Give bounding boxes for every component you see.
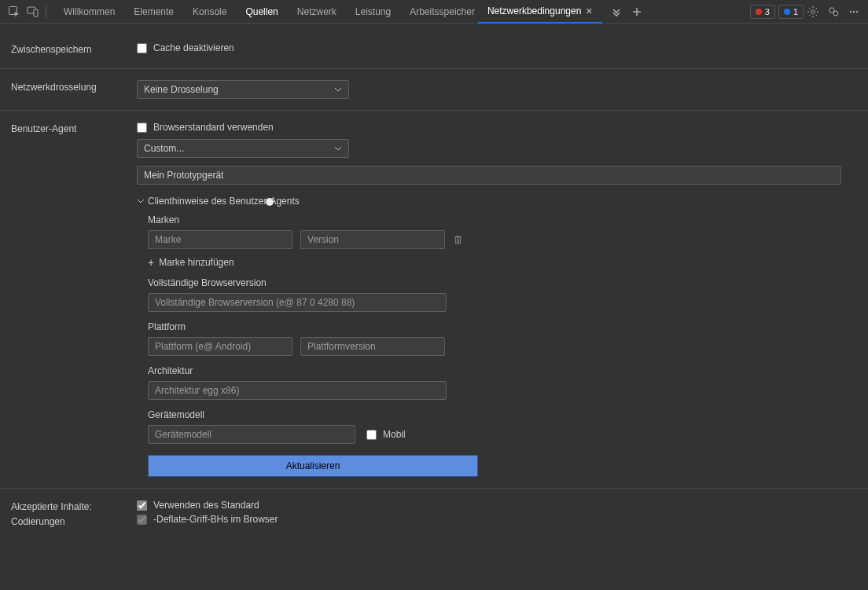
full-browser-version-label: Vollständige Browserversion (148, 277, 841, 288)
network-conditions-panel: Zwischenspeichern Cache deaktivieren Net… (0, 24, 868, 590)
svg-point-6 (850, 10, 851, 12)
section-user-agent: Benutzer-Agent Browserstandard verwenden… (0, 111, 868, 489)
brand-row (148, 230, 841, 249)
plus-icon: + (148, 257, 154, 268)
tab-performance[interactable]: Leistung (346, 0, 400, 24)
more-options-icon[interactable] (844, 2, 863, 21)
drawer-tab-label: Netzwerkbedingungen (487, 5, 581, 16)
encodings-label-line2: Codierungen (11, 515, 137, 530)
throttling-select[interactable]: Keine Drosselung (137, 80, 349, 99)
platform-label: Plattform (148, 321, 841, 332)
add-tab-icon[interactable] (627, 2, 646, 21)
tab-sources[interactable]: Quellen (236, 0, 287, 24)
use-default-ua-label: Browserstandard verwenden (153, 122, 274, 133)
svg-point-3 (811, 9, 815, 13)
chevron-down-icon (334, 145, 342, 152)
add-brand-button[interactable]: + Marke hinzufügen (148, 257, 234, 268)
architecture-label: Architektur (148, 365, 841, 376)
chevron-down-icon (334, 86, 342, 93)
trash-icon[interactable] (453, 235, 463, 245)
platform-input[interactable] (148, 337, 292, 356)
custom-ua-input[interactable] (137, 166, 841, 185)
platform-version-input[interactable] (300, 337, 445, 356)
main-tabs: Willkommen Elemente Konsole Quellen Netz… (54, 0, 646, 24)
info-count: 1 (793, 7, 798, 16)
tab-elements[interactable]: Elemente (124, 0, 183, 24)
client-hints-block: Marken + Marke hinzufügen Vollständige B… (137, 214, 841, 477)
feedback-icon[interactable] (824, 2, 843, 21)
status-badges: 3 1 (750, 5, 804, 19)
mobile-label: Mobil (383, 429, 406, 440)
encoding-default-label: Verwenden des Standard (153, 500, 259, 511)
encoding-default-checkbox[interactable] (137, 500, 147, 511)
drawer-tab-network-conditions[interactable]: Netzwerkbedingungen × (478, 0, 602, 24)
throttling-selected: Keine Drosselung (144, 84, 219, 95)
client-hints-header: Clienthinweise des Benutzer-Agents (148, 196, 300, 207)
mobile-checkbox[interactable] (366, 430, 377, 440)
error-dot-icon (756, 9, 762, 15)
section-throttling: Netzwerkdrosselung Keine Drosselung (0, 69, 868, 111)
ua-preset-selected: Custom... (144, 143, 184, 154)
device-model-input[interactable] (148, 425, 355, 444)
section-caching: Zwischenspeichern Cache deaktivieren (0, 31, 868, 69)
svg-rect-2 (34, 9, 38, 16)
info-dot-icon (784, 9, 790, 15)
brand-input[interactable] (148, 230, 292, 249)
section-label-throttling: Netzwerkdrosselung (11, 80, 137, 99)
toolbar-divider (46, 5, 46, 19)
tab-network[interactable]: Netzwerk (288, 0, 346, 24)
close-icon[interactable]: × (586, 5, 592, 17)
errors-count: 3 (765, 7, 770, 16)
device-toggle-icon[interactable] (24, 2, 42, 21)
devtools-toolbar: Willkommen Elemente Konsole Quellen Netz… (0, 0, 868, 24)
use-default-ua-checkbox[interactable] (137, 123, 147, 133)
svg-point-8 (856, 10, 858, 12)
brands-label: Marken (148, 214, 841, 225)
svg-point-7 (853, 10, 855, 12)
disable-cache-checkbox[interactable] (137, 43, 147, 53)
full-browser-version-input[interactable] (148, 293, 447, 312)
svg-point-5 (833, 11, 838, 16)
section-encodings: Akzeptierte Inhalte: Codierungen Verwend… (0, 489, 868, 541)
disable-cache-label: Cache deaktivieren (153, 42, 234, 53)
settings-icon[interactable] (804, 2, 822, 21)
client-hints-expander[interactable]: Clienthinweise des Benutzer-Agents (137, 196, 841, 207)
inspect-element-icon[interactable] (5, 2, 24, 21)
encodings-label-line1: Akzeptierte Inhalte: (11, 500, 137, 515)
chevron-down-icon (137, 197, 145, 205)
tab-memory[interactable]: Arbeitsspeicher (400, 0, 478, 24)
update-button[interactable]: Aktualisieren (148, 455, 478, 477)
encoding-deflate-checkbox[interactable] (137, 515, 147, 525)
info-badge[interactable]: 1 (778, 5, 804, 19)
architecture-input[interactable] (148, 381, 447, 400)
tab-console[interactable]: Konsole (183, 0, 236, 24)
toolbar-right-icons (804, 2, 863, 21)
encoding-deflate-label: -Deflate-Griff-BHs im Browser (153, 514, 278, 525)
add-brand-label: Marke hinzufügen (159, 257, 234, 268)
errors-badge[interactable]: 3 (750, 5, 775, 19)
tab-welcome[interactable]: Willkommen (54, 0, 124, 24)
section-label-encodings: Akzeptierte Inhalte: Codierungen (11, 500, 137, 530)
device-model-label: Gerätemodell (148, 409, 841, 420)
more-tabs-icon[interactable] (607, 2, 626, 21)
brand-version-input[interactable] (300, 230, 445, 249)
ua-preset-select[interactable]: Custom... (137, 139, 349, 158)
section-label-ua: Benutzer-Agent (11, 122, 137, 477)
section-label-caching: Zwischenspeichern (11, 42, 137, 57)
